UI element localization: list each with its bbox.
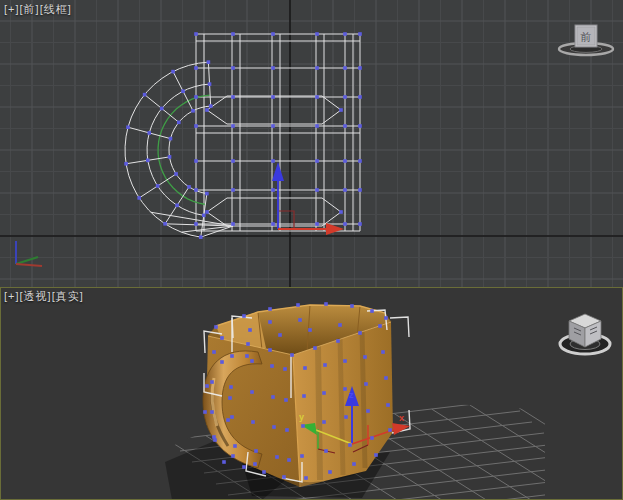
viewport-front-label[interactable]: [+][前][线框] (4, 2, 72, 17)
face-crease (340, 338, 343, 475)
viewcube-front-icon[interactable]: 前 (559, 25, 613, 55)
grid (0, 0, 623, 287)
world-axis-tripod (16, 241, 42, 266)
viewport-perspective[interactable]: z y x [+][透视][真实] (0, 287, 623, 500)
viewcube-face-label: 前 (580, 31, 592, 43)
gizmo-y-label: y (299, 412, 304, 422)
gizmo-x-arrowhead[interactable] (326, 223, 344, 235)
viewport-perspective-label[interactable]: [+][透视][真实] (4, 289, 84, 304)
front-viewport-canvas[interactable]: 前 (0, 0, 623, 287)
gizmo-x-label: x (399, 413, 404, 423)
face-crease (318, 346, 320, 480)
perspective-viewport-canvas[interactable]: z y x (0, 287, 623, 500)
gizmo-z-label: z (349, 390, 354, 400)
max-viewport-area: 前 [+][前][线框] (0, 0, 623, 500)
viewport-front[interactable]: 前 [+][前][线框] (0, 0, 623, 287)
viewcube-perspective-icon[interactable] (560, 314, 610, 354)
